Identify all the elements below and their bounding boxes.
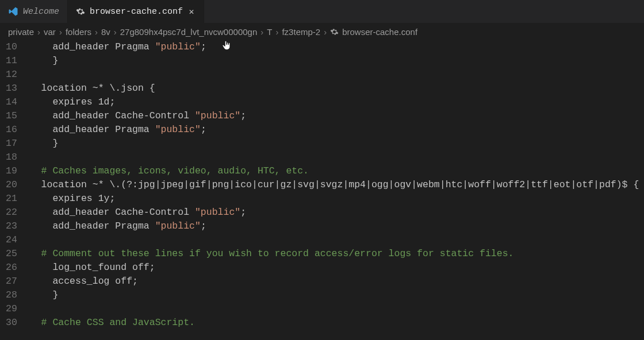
code-line: location ~* \.json {: [30, 82, 644, 95]
code-line: # Caches images, icons, video, audio, HT…: [30, 164, 644, 178]
code-line: }: [30, 288, 644, 302]
code-line: add_header Cache-Control "public";: [30, 109, 644, 123]
line-number: 17: [6, 137, 17, 150]
code-line: access_log off;: [30, 275, 644, 288]
code-line: add_header Pragma "public";: [30, 123, 644, 137]
crumb-8v[interactable]: 8v: [101, 27, 110, 37]
line-number: 26: [6, 261, 17, 275]
chevron-right-icon: ›: [324, 27, 327, 37]
code-line: log_not_found off;: [30, 261, 644, 275]
chevron-right-icon: ›: [59, 27, 62, 37]
line-number-gutter: 1011121314151617181920212223242526272829…: [0, 40, 30, 330]
code-line: # Comment out these lines if you wish to…: [30, 247, 644, 261]
line-number: 18: [6, 150, 17, 164]
crumb-private[interactable]: private: [8, 27, 34, 37]
code-area[interactable]: add_header Pragma "public"; } location ~…: [30, 40, 644, 330]
crumb-tmpdir[interactable]: 27g809hx4psc7d_lvt_nvcw00000gn: [120, 27, 258, 37]
line-number: 21: [6, 192, 17, 206]
code-line: }: [30, 137, 644, 150]
line-number: 29: [6, 302, 17, 316]
line-number: 10: [6, 40, 17, 54]
code-line: [30, 150, 644, 164]
gear-icon: [76, 7, 85, 16]
crumb-folders[interactable]: folders: [66, 27, 91, 37]
code-line: [30, 68, 644, 82]
chevron-right-icon: ›: [275, 27, 278, 37]
tab-file-label: browser-cache.conf: [90, 7, 183, 17]
crumb-file[interactable]: browser-cache.conf: [342, 27, 417, 37]
line-number: 13: [6, 82, 17, 95]
vscode-icon: [8, 6, 18, 17]
code-line: [30, 302, 644, 316]
line-number: 15: [6, 109, 17, 123]
chevron-right-icon: ›: [37, 27, 40, 37]
code-editor[interactable]: 1011121314151617181920212223242526272829…: [0, 40, 644, 330]
crumb-T[interactable]: T: [267, 27, 272, 37]
line-number: 14: [6, 95, 17, 109]
chevron-right-icon: ›: [114, 27, 117, 37]
chevron-right-icon: ›: [260, 27, 263, 37]
code-line: # Cache CSS and JavaScript.: [30, 316, 644, 330]
crumb-fz3temp[interactable]: fz3temp-2: [282, 27, 320, 37]
line-number: 23: [6, 219, 17, 233]
line-number: 16: [6, 123, 17, 137]
line-number: 30: [6, 316, 17, 330]
code-line: expires 1d;: [30, 95, 644, 109]
line-number: 12: [6, 68, 17, 82]
chevron-right-icon: ›: [95, 27, 98, 37]
code-line: expires 1y;: [30, 192, 644, 206]
tab-browser-cache[interactable]: browser-cache.conf ✕: [68, 0, 204, 23]
code-line: add_header Cache-Control "public";: [30, 206, 644, 219]
gear-icon: [330, 28, 339, 36]
close-icon[interactable]: ✕: [187, 6, 195, 17]
line-number: 19: [6, 164, 17, 178]
code-line: }: [30, 54, 644, 68]
line-number: 27: [6, 275, 17, 288]
tab-bar: Welcome browser-cache.conf ✕: [0, 0, 644, 23]
code-line: location ~* \.(?:jpg|jpeg|gif|png|ico|cu…: [30, 178, 644, 192]
line-number: 11: [6, 54, 17, 68]
code-line: [30, 233, 644, 247]
code-line: add_header Pragma "public";: [30, 219, 644, 233]
line-number: 25: [6, 247, 17, 261]
line-number: 24: [6, 233, 17, 247]
line-number: 20: [6, 178, 17, 192]
tab-welcome[interactable]: Welcome: [0, 0, 68, 23]
crumb-var[interactable]: var: [44, 27, 56, 37]
breadcrumb: private› var› folders› 8v› 27g809hx4psc7…: [0, 23, 644, 40]
tab-welcome-label: Welcome: [23, 7, 59, 17]
line-number: 28: [6, 288, 17, 302]
line-number: 22: [6, 206, 17, 219]
code-line: add_header Pragma "public";: [30, 40, 644, 54]
